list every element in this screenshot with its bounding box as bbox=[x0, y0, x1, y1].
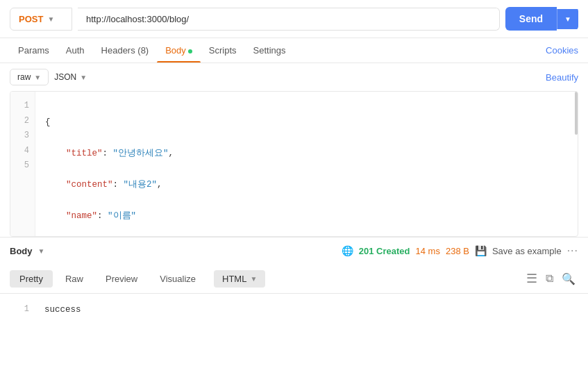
resp-line-numbers: 1 bbox=[10, 299, 35, 321]
code-line-3: "content": "내용2", bbox=[45, 177, 568, 193]
cookies-link[interactable]: Cookies bbox=[546, 38, 578, 63]
save-as-example-button[interactable]: Save as example bbox=[492, 246, 562, 256]
tab-body[interactable]: Body bbox=[157, 38, 201, 63]
tab-headers[interactable]: Headers (8) bbox=[93, 38, 158, 63]
scrollbar-indicator bbox=[575, 92, 578, 135]
tab-settings[interactable]: Settings bbox=[245, 38, 294, 63]
line-numbers: 1 2 3 4 5 bbox=[10, 92, 35, 236]
response-tabs: Pretty Raw Preview Visualize HTML ▼ ☰ ⧉ … bbox=[0, 264, 588, 294]
response-body-label: Body bbox=[10, 246, 33, 256]
code-line-4: "name": "이름" bbox=[45, 208, 568, 224]
code-line-2: "title": "안녕하세요", bbox=[45, 146, 568, 162]
send-button-wrap: Send ▼ bbox=[505, 7, 578, 31]
request-tabs-row: Params Auth Headers (8) Body Scripts Set… bbox=[0, 38, 588, 63]
body-toolbar: raw ▼ JSON ▼ Beautify bbox=[0, 63, 588, 91]
url-input-wrap bbox=[78, 8, 500, 31]
method-selector[interactable]: POST ▼ bbox=[10, 8, 72, 31]
response-code-content: success bbox=[35, 299, 91, 321]
body-dot-indicator bbox=[188, 49, 192, 53]
size-badge: 238 B bbox=[446, 246, 469, 256]
resp-tab-visualize[interactable]: Visualize bbox=[150, 270, 205, 288]
resp-tab-preview[interactable]: Preview bbox=[96, 270, 147, 288]
tab-scripts[interactable]: Scripts bbox=[201, 38, 245, 63]
resp-tab-raw[interactable]: Raw bbox=[56, 270, 93, 288]
url-input[interactable] bbox=[78, 8, 499, 30]
code-editor[interactable]: 1 2 3 4 5 { "title": "안녕하세요", "content":… bbox=[10, 91, 578, 237]
response-header: Body ▼ 🌐 201 Created 14 ms 238 B 💾 Save … bbox=[0, 237, 588, 264]
code-content[interactable]: { "title": "안녕하세요", "content": "내용2", "n… bbox=[35, 92, 578, 236]
raw-button[interactable]: raw ▼ bbox=[10, 69, 49, 85]
tab-auth[interactable]: Auth bbox=[58, 38, 93, 63]
filter-icon[interactable]: ☰ bbox=[523, 268, 540, 289]
method-chevron-icon: ▼ bbox=[47, 15, 54, 23]
globe-icon: 🌐 bbox=[342, 245, 353, 256]
more-options-button[interactable]: ··· bbox=[567, 244, 578, 257]
copy-icon[interactable]: ⧉ bbox=[543, 269, 556, 288]
status-badge: 201 Created bbox=[359, 246, 410, 256]
code-line-1: { bbox=[45, 115, 568, 131]
tab-params[interactable]: Params bbox=[10, 38, 58, 63]
beautify-button[interactable]: Beautify bbox=[546, 72, 578, 83]
search-icon[interactable]: 🔍 bbox=[559, 269, 578, 288]
send-dropdown-button[interactable]: ▼ bbox=[557, 9, 578, 29]
json-format-button[interactable]: JSON ▼ bbox=[54, 72, 87, 82]
resp-tab-pretty[interactable]: Pretty bbox=[10, 270, 53, 288]
response-chevron-icon[interactable]: ▼ bbox=[38, 247, 45, 255]
response-format-button[interactable]: HTML ▼ bbox=[214, 270, 265, 288]
top-bar: POST ▼ Send ▼ bbox=[0, 0, 588, 38]
send-button[interactable]: Send bbox=[505, 7, 557, 31]
time-badge: 14 ms bbox=[416, 246, 440, 256]
response-output: 1 success bbox=[0, 294, 588, 326]
code-lines: 1 2 3 4 5 { "title": "안녕하세요", "content":… bbox=[10, 92, 578, 236]
method-label: POST bbox=[19, 14, 43, 24]
response-lines: 1 success bbox=[10, 299, 578, 321]
save-example-icon: 💾 bbox=[475, 245, 487, 256]
